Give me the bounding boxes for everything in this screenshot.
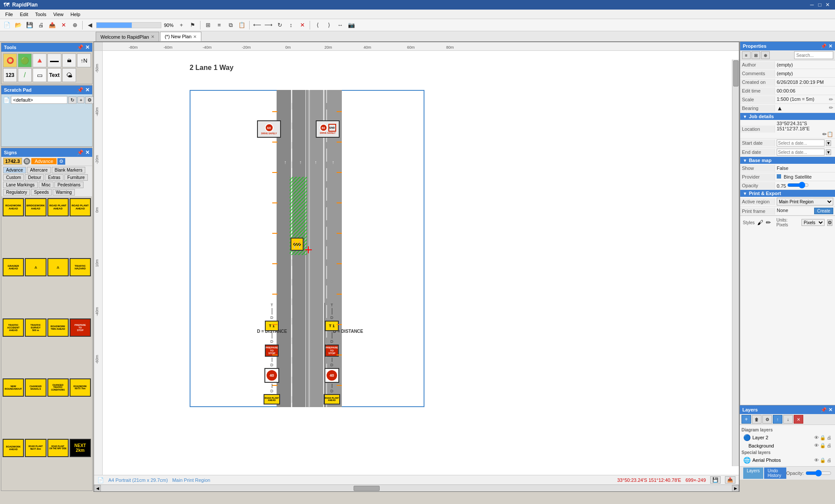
hscroll-thumb[interactable] [354, 486, 380, 491]
filter-warning[interactable]: Warning [53, 189, 75, 196]
location-copy-icon[interactable]: 📋 [827, 131, 833, 137]
tools-panel-pin[interactable]: 📌 [77, 44, 84, 50]
sign-road-plant-next[interactable]: ROAD PLANTNEXT 2km [25, 439, 46, 457]
aerial-lock[interactable]: 🔒 [820, 458, 826, 463]
sign-traffic-accident-ahead[interactable]: TRAFFICACCIDENTAHEAD [3, 318, 24, 337]
scratch-pad-close[interactable]: ✕ [85, 87, 90, 93]
active-region-select[interactable]: Main Print Region [777, 198, 833, 206]
sign-roadwork-ahead-2[interactable]: ROADWORKAHEAD [3, 439, 24, 457]
filter-aftercare[interactable]: Aftercare [27, 167, 51, 173]
sign-changed-signals[interactable]: CHANGEDSIGNALS [25, 378, 46, 397]
create-frame-button[interactable]: Create [814, 208, 833, 214]
footer-export-button[interactable]: 📤 [725, 476, 735, 484]
zoom-in-button[interactable]: + [176, 20, 187, 30]
scratch-pad-input[interactable] [11, 96, 67, 104]
vscroll-thumb[interactable] [733, 60, 738, 86]
signs-panel-close[interactable]: ✕ [85, 149, 90, 156]
tab-new-plan-close[interactable]: ✕ [193, 34, 197, 39]
background-layer-item[interactable]: Background 👁 🔒 🖨 [741, 442, 833, 449]
sign-road-plant-ahead-1[interactable]: ROAD PLANTAHEAD [47, 198, 69, 216]
align-left-button[interactable]: ⟨ [312, 20, 323, 30]
layer-2-eye[interactable]: 👁 [814, 435, 819, 441]
minimize-button[interactable]: ─ [808, 1, 816, 9]
menu-file[interactable]: File [2, 11, 17, 18]
sign-traffic-survey[interactable]: TRAFFICSURVEY500 m [25, 318, 46, 337]
tool-cone[interactable]: 🔺 [33, 53, 47, 67]
horizontal-scrollbar[interactable]: ◀ ▶ [94, 484, 739, 491]
signs-panel-pin[interactable]: 📌 [77, 149, 84, 156]
layer-remove-button[interactable]: ✕ [794, 415, 803, 424]
props-close[interactable]: ✕ [828, 43, 832, 49]
styles-icon-1[interactable]: 🖌 [757, 219, 763, 226]
menu-tools[interactable]: Tools [32, 11, 50, 18]
scale-edit-icon[interactable]: ✏ [829, 96, 833, 103]
tool-text[interactable]: Text [47, 68, 61, 82]
scratch-refresh-button[interactable]: ↻ [68, 96, 77, 104]
sign-roadwork-nxt[interactable]: ROADWORKNXTX 7km [70, 378, 91, 397]
open-button[interactable]: 📂 [13, 20, 23, 30]
rotate-button[interactable]: ↻ [274, 20, 285, 30]
props-grid-view[interactable]: ⊞ [752, 51, 760, 59]
sign-roadwork-ahead-1[interactable]: ROADWORKAHEAD [3, 198, 24, 216]
back-button[interactable]: ◀ [85, 20, 95, 30]
sign-bridgework-ahead[interactable]: BRIDGEWORKAHEAD [25, 198, 46, 216]
props-search-input[interactable] [794, 51, 833, 59]
filter-regulatory[interactable]: Regulatory [3, 189, 30, 196]
arrow-right-button[interactable]: ⟶ [263, 20, 274, 30]
sign-road-plant-side[interactable]: ROAD PLANTON THE WAY SIDE [47, 439, 69, 457]
filter-detour[interactable]: Detour [25, 174, 44, 181]
layer-2-lock[interactable]: 🔒 [820, 435, 826, 441]
props-pin[interactable]: 📌 [821, 43, 827, 49]
bearing-edit-icon[interactable]: ✏ [829, 105, 833, 111]
sign-hazard-1[interactable]: ⚠ [25, 258, 46, 276]
tool-terrain[interactable]: 🏔 [62, 53, 76, 67]
layer-opacity-slider[interactable] [805, 471, 832, 476]
tool-rectangle[interactable]: ▭ [33, 68, 47, 82]
arrow-left-button[interactable]: ⟵ [252, 20, 262, 30]
sign-road-plant-ahead-2[interactable]: ROAD PLANTAHEAD [70, 198, 91, 216]
filter-furniture[interactable]: Furniture [64, 174, 88, 181]
vertical-scrollbar[interactable] [732, 60, 739, 466]
layer-2-print[interactable]: 🖨 [827, 435, 832, 441]
tool-barrier[interactable]: ▬▬ [47, 53, 61, 67]
undo-history-tab[interactable]: Undo History [764, 468, 786, 479]
layers-close[interactable]: ✕ [828, 407, 832, 413]
align-button[interactable]: ≡ [214, 20, 224, 30]
opacity-slider[interactable] [787, 182, 809, 188]
tool-select[interactable]: ⭕ [3, 53, 17, 67]
sign-roadwork-twh[interactable]: ROADWORKTWH AHEAD [47, 318, 69, 337]
aerial-photos-item[interactable]: 🌐 Aerial Photos 👁 🔒 🖨 [741, 456, 833, 464]
end-date-btn[interactable]: ▼ [826, 149, 831, 155]
layer-2-item[interactable]: 🔵 Layer 2 👁 🔒 🖨 [741, 433, 833, 442]
footer-save-button[interactable]: 💾 [710, 476, 721, 484]
add-layer-button[interactable]: + [741, 415, 751, 424]
sign-changed-traffic[interactable]: CHANGEDTRAFFICCONDITIONS [47, 378, 69, 397]
zoom-out-button[interactable]: ⚑ [187, 20, 198, 30]
background-eye[interactable]: 👁 [814, 443, 819, 448]
tool-number[interactable]: 123 [3, 68, 17, 82]
layer-up-button[interactable]: ↑ [773, 415, 782, 424]
scratch-add-button[interactable]: + [77, 96, 84, 103]
styles-icon-2[interactable]: ✏ [766, 219, 771, 226]
filter-pedestrians[interactable]: Pedestrians [54, 182, 84, 188]
delete-button[interactable]: ✕ [297, 20, 307, 30]
sign-settings-button[interactable]: ⚙ [57, 158, 65, 165]
filter-misc[interactable]: Misc [39, 182, 54, 188]
copy-button[interactable]: ⧉ [225, 20, 236, 30]
background-print[interactable]: 🖨 [827, 443, 832, 448]
sign-traffic-hazard[interactable]: TRAFFICHAZARD [70, 258, 91, 276]
start-date-btn[interactable]: ▼ [826, 140, 831, 146]
background-lock[interactable]: 🔒 [820, 443, 826, 448]
tab-welcome-close[interactable]: ✕ [151, 34, 154, 39]
save-button[interactable]: 💾 [24, 20, 35, 30]
menu-view[interactable]: View [50, 11, 67, 18]
menu-help[interactable]: Help [67, 11, 84, 18]
location-edit-icon[interactable]: ✏ [822, 131, 827, 137]
aerial-print[interactable]: 🖨 [827, 458, 832, 463]
camera-button[interactable]: 📷 [346, 20, 357, 30]
filter-extras[interactable]: Extras [45, 174, 63, 181]
sign-prepare-to-stop[interactable]: PREPARETOSTOP [70, 318, 91, 337]
start-date-input[interactable] [777, 139, 825, 146]
tool-north[interactable]: ↑N [77, 53, 91, 67]
props-expand[interactable]: ⊕ [761, 51, 770, 59]
